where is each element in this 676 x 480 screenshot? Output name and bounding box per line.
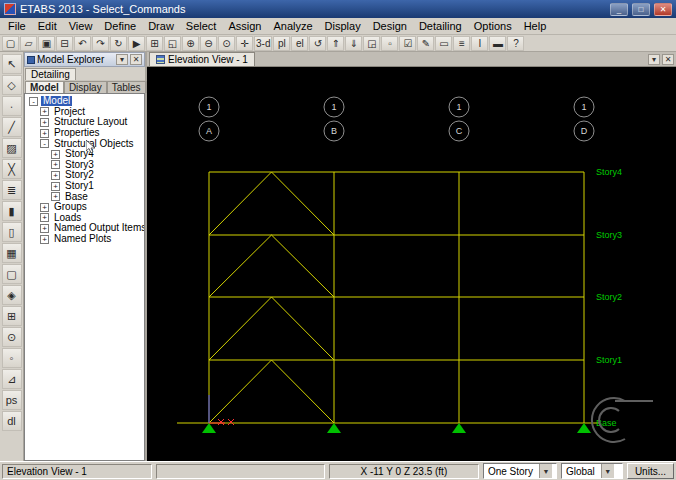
tree-toggle-icon[interactable]: - xyxy=(40,139,49,148)
tab-detailing[interactable]: Detailing xyxy=(25,68,76,80)
wall-section-icon[interactable]: ▬ xyxy=(489,36,506,51)
properties-icon[interactable]: ≡ xyxy=(453,36,470,51)
view-close-icon[interactable]: ✕ xyxy=(662,54,674,65)
new-model-icon[interactable]: ▢ xyxy=(2,36,19,51)
perspective-toggle-icon[interactable]: ◲ xyxy=(363,36,380,51)
tree-toggle-icon[interactable]: + xyxy=(51,160,60,169)
display-options-icon[interactable]: ☑ xyxy=(399,36,416,51)
tree-toggle-icon[interactable]: + xyxy=(51,171,60,180)
rotate-view-icon[interactable]: ↺ xyxy=(309,36,326,51)
tree-item-label[interactable]: Structural Objects xyxy=(52,139,135,149)
tree-toggle-icon[interactable]: + xyxy=(51,182,60,191)
select-pointer-icon[interactable]: ↖ xyxy=(2,54,22,74)
redo-icon[interactable]: ↷ xyxy=(92,36,109,51)
frame-members[interactable] xyxy=(177,172,599,423)
refresh-window-icon[interactable]: ↻ xyxy=(110,36,127,51)
frame-section-icon[interactable]: I xyxy=(471,36,488,51)
menu-item[interactable]: Draw xyxy=(142,19,180,33)
tree-item-label[interactable]: Properties xyxy=(52,128,102,138)
menu-item[interactable]: Options xyxy=(468,19,518,33)
zoom-in-icon[interactable]: ⊕ xyxy=(182,36,199,51)
explorer-tab[interactable]: Model xyxy=(25,81,64,93)
print-icon[interactable]: ⊟ xyxy=(56,36,73,51)
tree-toggle-icon[interactable]: + xyxy=(40,235,49,244)
draw-floor-icon[interactable]: ▦ xyxy=(2,243,22,263)
tree-item[interactable]: + Story1 xyxy=(27,181,144,192)
tree-item-label[interactable]: Story4 xyxy=(63,149,96,159)
menu-item[interactable]: Define xyxy=(98,19,142,33)
tree-toggle-icon[interactable]: + xyxy=(40,118,49,127)
menu-item[interactable]: Display xyxy=(319,19,367,33)
menu-item[interactable]: Assign xyxy=(222,19,267,33)
snap-perpendicular-icon[interactable]: ⊿ xyxy=(2,369,22,389)
draw-link-icon[interactable]: ◈ xyxy=(2,285,22,305)
tree-item-label[interactable]: Named Plots xyxy=(52,234,113,244)
quick-draw-floor-icon[interactable]: ▢ xyxy=(2,264,22,284)
explorer-tab[interactable]: Display xyxy=(64,81,107,93)
undo-icon[interactable]: ↶ xyxy=(74,36,91,51)
previous-zoom-icon[interactable]: ⊙ xyxy=(218,36,235,51)
coordinate-system-dropdown[interactable]: Global ▼ xyxy=(561,463,623,479)
quick-draw-brace-icon[interactable]: ╳ xyxy=(2,159,22,179)
tree-item-label[interactable]: Project xyxy=(52,107,87,117)
run-analysis-icon[interactable]: ▶ xyxy=(128,36,145,51)
units-button[interactable]: Units... xyxy=(627,463,674,479)
section-cut-icon[interactable]: ps xyxy=(2,390,22,410)
tree-item[interactable]: + Named Plots xyxy=(27,234,144,245)
quick-draw-frame-icon[interactable]: ▨ xyxy=(2,138,22,158)
tree-item-label[interactable]: Model xyxy=(41,96,72,106)
tree-item-label[interactable]: Story2 xyxy=(63,170,96,180)
menu-item[interactable]: Detailing xyxy=(413,19,468,33)
panel-close-icon[interactable]: ✕ xyxy=(130,54,142,65)
tree-item-label[interactable]: Named Output Items xyxy=(52,223,145,233)
view-3d-icon[interactable]: 3-d xyxy=(254,36,272,51)
close-button[interactable]: ✕ xyxy=(654,3,672,16)
tree-item[interactable]: + Story4 xyxy=(27,149,144,160)
snap-midpoint-icon[interactable]: ◦ xyxy=(2,348,22,368)
assign-icon[interactable]: ✎ xyxy=(417,36,434,51)
grid-bubbles[interactable] xyxy=(199,97,594,141)
tree-item[interactable]: + Properties xyxy=(27,128,144,139)
tree-toggle-icon[interactable]: + xyxy=(40,107,49,116)
menu-item[interactable]: Help xyxy=(518,19,553,33)
tree-item[interactable]: + Groups xyxy=(27,202,144,213)
tree-toggle-icon[interactable]: + xyxy=(40,129,49,138)
load-display-icon[interactable]: dl xyxy=(2,411,22,431)
view-menu-icon[interactable]: ▾ xyxy=(648,54,660,65)
tree-toggle-icon[interactable]: - xyxy=(29,97,38,106)
elevation-drawing[interactable]: 1 1 1 1 A B C D xyxy=(147,67,676,461)
chevron-down-icon[interactable]: ▼ xyxy=(601,464,614,478)
menu-item[interactable]: Analyze xyxy=(267,19,318,33)
draw-joint-icon[interactable]: ∙ xyxy=(2,96,22,116)
tree-item-label[interactable]: Story3 xyxy=(63,160,96,170)
tree-toggle-icon[interactable]: + xyxy=(51,192,60,201)
explorer-tab[interactable]: Tables xyxy=(107,81,146,93)
draw-frame-icon[interactable]: ╱ xyxy=(2,117,22,137)
view-plan-icon[interactable]: pl xyxy=(273,36,290,51)
snap-joint-icon[interactable]: ⊙ xyxy=(2,327,22,347)
chevron-down-icon[interactable]: ▼ xyxy=(539,464,552,478)
save-icon[interactable]: ▣ xyxy=(38,36,55,51)
tree-item-label[interactable]: Loads xyxy=(52,213,83,223)
menu-item[interactable]: Select xyxy=(180,19,223,33)
draw-wall-icon[interactable]: ▮ xyxy=(2,201,22,221)
quick-draw-wall-icon[interactable]: ▯ xyxy=(2,222,22,242)
pan-icon[interactable]: ✛ xyxy=(236,36,253,51)
move-story-down-icon[interactable]: ⇓ xyxy=(345,36,362,51)
panel-menu-icon[interactable]: ▾ xyxy=(116,54,128,65)
restore-full-view-icon[interactable]: ◱ xyxy=(164,36,181,51)
tab-elevation-view[interactable]: Elevation View - 1 xyxy=(149,52,255,66)
select-box-icon[interactable]: ▭ xyxy=(435,36,452,51)
minimize-button[interactable]: _ xyxy=(610,3,628,16)
open-file-icon[interactable]: ▱ xyxy=(20,36,37,51)
tree-toggle-icon[interactable]: + xyxy=(40,213,49,222)
snap-grid-icon[interactable]: ⊞ xyxy=(2,306,22,326)
tree-item[interactable]: - Model xyxy=(27,96,144,107)
tree-item-label[interactable]: Groups xyxy=(52,202,89,212)
tree-toggle-icon[interactable]: + xyxy=(51,150,60,159)
object-shrink-icon[interactable]: ▫ xyxy=(381,36,398,51)
elevation-canvas[interactable]: 1 1 1 1 A B C D xyxy=(147,67,676,461)
menu-item[interactable]: File xyxy=(2,19,32,33)
help-icon[interactable]: ? xyxy=(507,36,524,51)
tree-item-label[interactable]: Base xyxy=(63,192,90,202)
